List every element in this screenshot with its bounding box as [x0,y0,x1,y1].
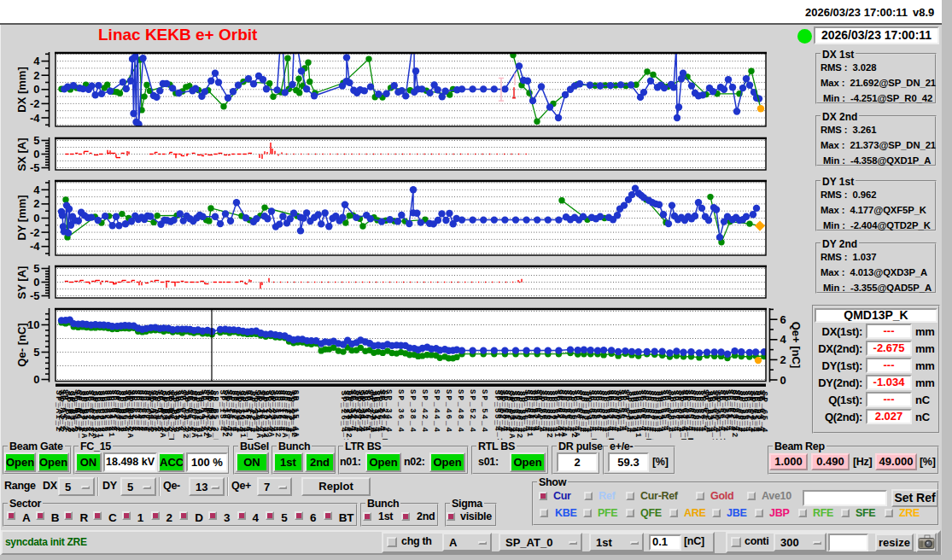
svg-text:5: 5 [33,346,39,359]
svg-text:SP_48_4: SP_48_4 [456,389,464,434]
svg-text:0: 0 [33,212,39,225]
svg-text:2: 2 [33,69,39,82]
svg-text:5: 5 [33,262,39,275]
svg-text:SP_42_4: SP_42_4 [420,389,429,434]
svg-text:SP_65_4: SP_65_4 [760,391,768,434]
svg-text:SY [A]: SY [A] [15,266,28,300]
svg-text:0: 0 [33,148,39,160]
svg-text:SX [A]: SX [A] [15,138,28,172]
svg-text:0: 0 [33,373,39,386]
svg-text:0: 0 [780,374,786,387]
svg-text:SP_34_4: SP_34_4 [384,389,393,434]
svg-text:-2: -2 [30,226,40,239]
svg-text:SP_54_4: SP_54_4 [480,389,488,434]
svg-text:6: 6 [780,313,786,326]
svg-text:DY [mm]: DY [mm] [15,195,28,240]
svg-text:-5: -5 [30,289,40,302]
svg-text:SP_46_4: SP_46_4 [444,389,453,434]
svg-text:4: 4 [33,184,40,196]
svg-text:2: 2 [780,353,786,366]
svg-text:SP_44_4: SP_44_4 [432,389,441,434]
svg-text:Qe- [nC]: Qe- [nC] [15,323,28,366]
svg-text:5: 5 [33,134,39,147]
svg-text:SP_38_4: SP_38_4 [408,389,417,434]
svg-text:SP_15_4A: SP_15_4A [291,390,300,439]
svg-text:SP_52_4: SP_52_4 [468,389,476,434]
svg-text:-5: -5 [30,161,40,174]
svg-text:-2: -2 [30,97,40,110]
svg-text:Qe+ [nC]: Qe+ [nC] [790,322,803,369]
svg-text:0: 0 [33,83,39,96]
svg-text:-4: -4 [30,112,40,125]
svg-text:DX [mm]: DX [mm] [15,67,28,112]
svg-text:4: 4 [33,55,40,67]
svg-text:0: 0 [33,276,39,289]
svg-text:10: 10 [27,318,39,331]
svg-text:-4: -4 [30,240,40,253]
svg-text:4: 4 [780,333,787,346]
svg-text:2: 2 [33,197,39,210]
svg-text:SP_36_4: SP_36_4 [396,389,405,434]
